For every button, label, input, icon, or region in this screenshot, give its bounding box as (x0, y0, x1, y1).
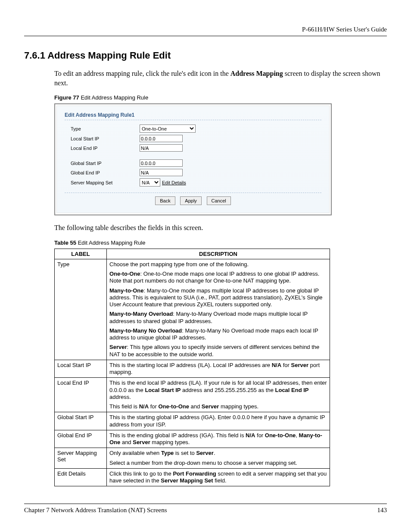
cell-label-type: Type (55, 259, 107, 360)
table-row: Edit Details Click this link to go to th… (55, 468, 330, 486)
page-header: P-661H/HW Series User's Guide (24, 26, 387, 36)
guide-title: P-661H/HW Series User's Guide (302, 26, 387, 33)
cell-label-local-end-ip: Local End IP (55, 378, 107, 412)
cell-label-global-end-ip: Global End IP (55, 430, 107, 448)
table-row: Global Start IP This is the starting glo… (55, 412, 330, 430)
cell-desc-edit-details: Click this link to go to the Port Forwar… (107, 468, 330, 486)
row-local-end-ip: Local End IP (71, 144, 321, 152)
table-caption: Table 55 Edit Address Mapping Rule (54, 240, 387, 246)
local-start-ip-input[interactable] (140, 135, 183, 142)
edit-details-link[interactable]: Edit Details (162, 180, 186, 185)
after-figure-text: The following table describes the fields… (54, 223, 387, 233)
cell-desc-global-end-ip: This is the ending global IP address (IG… (107, 430, 330, 448)
cell-label-server-mapping-set: Server Mapping Set (55, 448, 107, 469)
intro-text-a: To edit an address mapping rule, click t… (54, 70, 230, 77)
label-global-end-ip: Global End IP (71, 170, 140, 175)
cell-desc-type: Choose the port mapping type from one of… (107, 259, 330, 360)
label-local-end-ip: Local End IP (71, 146, 140, 151)
intro-bold: Address Mapping (230, 70, 283, 77)
cell-desc-local-start-ip: This is the starting local IP address (I… (107, 360, 330, 378)
table-row: Local Start IP This is the starting loca… (55, 360, 330, 378)
table-caption-rest: Edit Address Mapping Rule (76, 240, 145, 246)
table-row: Global End IP This is the ending global … (55, 430, 330, 448)
cancel-button[interactable]: Cancel (207, 196, 231, 205)
cell-desc-server-mapping-set: Only available when Type is set to Serve… (107, 448, 330, 469)
section-heading: 7.6.1 Address Mapping Rule Edit (24, 50, 387, 61)
th-label: LABEL (55, 249, 107, 259)
figure-inner: Edit Address Mapping Rule1 Type One-to-O… (56, 106, 330, 213)
global-start-ip-input[interactable] (140, 159, 183, 167)
table-header-row: LABEL DESCRIPTION (55, 249, 330, 259)
row-global-end-ip: Global End IP (71, 169, 321, 176)
table-row: Type Choose the port mapping type from o… (55, 259, 330, 360)
section-intro: To edit an address mapping rule, click t… (54, 69, 387, 87)
global-end-ip-input[interactable] (140, 169, 183, 176)
table-caption-strong: Table 55 (54, 240, 76, 246)
local-end-ip-input[interactable] (140, 144, 183, 152)
apply-button[interactable]: Apply (180, 196, 202, 205)
label-server-mapping-set: Server Mapping Set (71, 180, 140, 185)
row-server-mapping-set: Server Mapping Set N/A Edit Details (71, 178, 321, 187)
server-mapping-set-select[interactable]: N/A (140, 178, 160, 187)
cell-label-global-start-ip: Global Start IP (55, 412, 107, 430)
cell-desc-local-end-ip: This is the end local IP address (ILA). … (107, 378, 330, 412)
th-description: DESCRIPTION (107, 249, 330, 259)
row-type: Type One-to-One (71, 124, 321, 133)
page-footer: Chapter 7 Network Address Translation (N… (24, 504, 387, 514)
type-select[interactable]: One-to-One (140, 124, 196, 133)
figure-buttons: Back Apply Cancel (65, 193, 321, 205)
table-row: Server Mapping Set Only available when T… (55, 448, 330, 469)
row-local-start-ip: Local Start IP (71, 135, 321, 142)
figure-caption-strong: Figure 77 (54, 94, 79, 101)
row-global-start-ip: Global Start IP (71, 159, 321, 167)
label-type: Type (71, 126, 140, 131)
description-table: LABEL DESCRIPTION Type Choose the port m… (54, 249, 330, 487)
cell-desc-global-start-ip: This is the starting global IP address (… (107, 412, 330, 430)
label-global-start-ip: Global Start IP (71, 161, 140, 166)
footer-chapter: Chapter 7 Network Address Translation (N… (24, 507, 167, 514)
figure-caption-rest: Edit Address Mapping Rule (79, 94, 148, 101)
footer-page-number: 143 (377, 507, 387, 514)
figure-box: Edit Address Mapping Rule1 Type One-to-O… (54, 103, 332, 215)
figure-caption: Figure 77 Edit Address Mapping Rule (54, 94, 387, 101)
back-button[interactable]: Back (155, 196, 175, 205)
cell-label-local-start-ip: Local Start IP (55, 360, 107, 378)
cell-label-edit-details: Edit Details (55, 468, 107, 486)
figure-panel-title: Edit Address Mapping Rule1 (65, 111, 321, 120)
table-row: Local End IP This is the end local IP ad… (55, 378, 330, 412)
label-local-start-ip: Local Start IP (71, 136, 140, 141)
